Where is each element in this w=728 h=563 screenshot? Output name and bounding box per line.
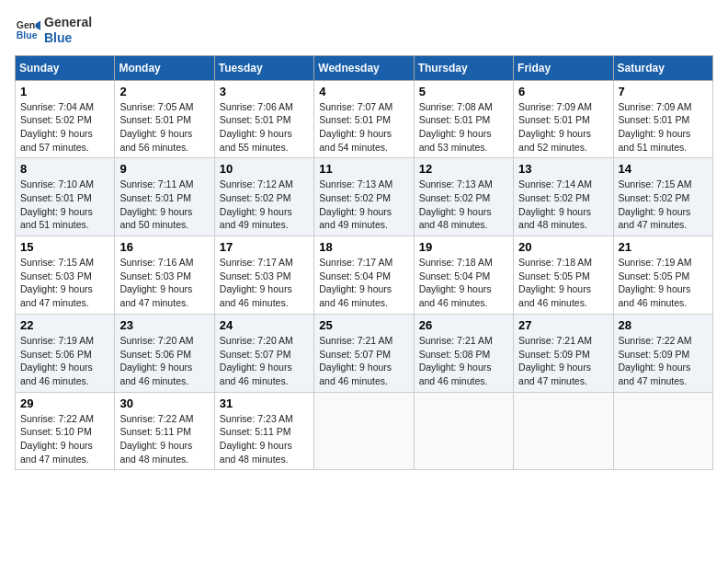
calendar-cell: 24 Sunrise: 7:20 AMSunset: 5:07 PMDaylig… (214, 314, 313, 392)
calendar-cell: 29 Sunrise: 7:22 AMSunset: 5:10 PMDaylig… (16, 392, 115, 470)
day-number: 9 (119, 162, 209, 176)
day-number: 17 (220, 240, 309, 254)
weekday-header-wednesday: Wednesday (314, 55, 414, 80)
svg-text:Blue: Blue (17, 29, 38, 40)
calendar-cell: 25 Sunrise: 7:21 AMSunset: 5:07 PMDaylig… (314, 314, 414, 392)
calendar-cell: 18 Sunrise: 7:17 AMSunset: 5:04 PMDaylig… (314, 236, 414, 315)
day-info: Sunrise: 7:21 AMSunset: 5:08 PMDaylight:… (419, 335, 493, 386)
day-number: 21 (619, 240, 708, 254)
day-info: Sunrise: 7:08 AMSunset: 5:01 PMDaylight:… (419, 101, 493, 153)
calendar-cell: 13 Sunrise: 7:14 AMSunset: 5:02 PMDaylig… (514, 158, 613, 236)
day-info: Sunrise: 7:16 AMSunset: 5:03 PMDaylight:… (119, 257, 193, 308)
day-number: 1 (20, 85, 109, 98)
day-info: Sunrise: 7:22 AMSunset: 5:10 PMDaylight:… (20, 413, 94, 465)
calendar-cell (314, 392, 414, 470)
day-number: 30 (119, 396, 209, 410)
calendar-cell (514, 392, 613, 470)
calendar-cell: 10 Sunrise: 7:12 AMSunset: 5:02 PMDaylig… (214, 158, 313, 236)
calendar-cell: 6 Sunrise: 7:09 AMSunset: 5:01 PMDayligh… (514, 80, 613, 158)
weekday-header-thursday: Thursday (414, 55, 513, 80)
day-number: 3 (220, 85, 309, 98)
weekday-header-saturday: Saturday (613, 55, 712, 80)
calendar-cell: 15 Sunrise: 7:15 AMSunset: 5:03 PMDaylig… (16, 236, 115, 315)
calendar-cell: 28 Sunrise: 7:22 AMSunset: 5:09 PMDaylig… (613, 314, 712, 392)
calendar-cell: 14 Sunrise: 7:15 AMSunset: 5:02 PMDaylig… (613, 158, 712, 236)
day-info: Sunrise: 7:20 AMSunset: 5:07 PMDaylight:… (220, 335, 293, 386)
weekday-header-friday: Friday (514, 55, 613, 80)
day-info: Sunrise: 7:14 AMSunset: 5:02 PMDaylight:… (518, 178, 592, 230)
day-info: Sunrise: 7:15 AMSunset: 5:02 PMDaylight:… (619, 178, 692, 230)
calendar-table: SundayMondayTuesdayWednesdayThursdayFrid… (15, 55, 713, 471)
calendar-cell: 31 Sunrise: 7:23 AMSunset: 5:11 PMDaylig… (214, 392, 313, 470)
day-info: Sunrise: 7:22 AMSunset: 5:09 PMDaylight:… (619, 335, 692, 386)
day-number: 11 (319, 162, 408, 176)
day-info: Sunrise: 7:13 AMSunset: 5:02 PMDaylight:… (319, 178, 392, 230)
day-info: Sunrise: 7:23 AMSunset: 5:11 PMDaylight:… (220, 413, 293, 465)
day-info: Sunrise: 7:10 AMSunset: 5:01 PMDaylight:… (20, 178, 94, 230)
day-info: Sunrise: 7:04 AMSunset: 5:02 PMDaylight:… (20, 101, 94, 153)
calendar-cell: 20 Sunrise: 7:18 AMSunset: 5:05 PMDaylig… (514, 236, 613, 315)
logo-text-general: General (44, 15, 92, 30)
day-number: 23 (119, 318, 209, 332)
day-number: 8 (20, 162, 109, 176)
calendar-cell: 22 Sunrise: 7:19 AMSunset: 5:06 PMDaylig… (16, 314, 115, 392)
day-number: 24 (220, 318, 309, 332)
day-number: 4 (319, 85, 408, 98)
day-number: 20 (518, 240, 608, 254)
day-number: 27 (518, 318, 608, 332)
day-number: 5 (419, 85, 508, 98)
day-number: 18 (319, 240, 408, 254)
day-number: 22 (20, 318, 109, 332)
calendar-cell: 8 Sunrise: 7:10 AMSunset: 5:01 PMDayligh… (16, 158, 115, 236)
day-number: 26 (419, 318, 508, 332)
day-info: Sunrise: 7:21 AMSunset: 5:07 PMDaylight:… (319, 335, 392, 386)
day-number: 10 (220, 162, 309, 176)
day-number: 29 (20, 396, 109, 410)
day-number: 31 (220, 396, 309, 410)
calendar-cell: 1 Sunrise: 7:04 AMSunset: 5:02 PMDayligh… (16, 80, 115, 158)
calendar-cell: 21 Sunrise: 7:19 AMSunset: 5:05 PMDaylig… (613, 236, 712, 315)
day-number: 16 (119, 240, 209, 254)
day-number: 14 (619, 162, 708, 176)
day-info: Sunrise: 7:13 AMSunset: 5:02 PMDaylight:… (419, 178, 493, 230)
day-number: 25 (319, 318, 408, 332)
day-info: Sunrise: 7:19 AMSunset: 5:06 PMDaylight:… (20, 335, 94, 386)
calendar-cell: 9 Sunrise: 7:11 AMSunset: 5:01 PMDayligh… (115, 158, 214, 236)
calendar-week-5: 29 Sunrise: 7:22 AMSunset: 5:10 PMDaylig… (16, 392, 713, 470)
day-number: 28 (619, 318, 708, 332)
weekday-header-tuesday: Tuesday (214, 55, 313, 80)
calendar-cell: 26 Sunrise: 7:21 AMSunset: 5:08 PMDaylig… (414, 314, 513, 392)
day-number: 6 (518, 85, 608, 98)
weekday-header-sunday: Sunday (16, 55, 115, 80)
day-number: 15 (20, 240, 109, 254)
calendar-cell (613, 392, 712, 470)
calendar-cell: 2 Sunrise: 7:05 AMSunset: 5:01 PMDayligh… (115, 80, 214, 158)
day-number: 12 (419, 162, 508, 176)
day-number: 7 (619, 85, 708, 98)
day-number: 2 (119, 85, 209, 98)
logo: General Blue General Blue (15, 15, 92, 46)
day-info: Sunrise: 7:12 AMSunset: 5:02 PMDaylight:… (220, 178, 293, 230)
calendar-week-1: 1 Sunrise: 7:04 AMSunset: 5:02 PMDayligh… (16, 80, 713, 158)
day-info: Sunrise: 7:05 AMSunset: 5:01 PMDaylight:… (119, 101, 193, 153)
day-info: Sunrise: 7:18 AMSunset: 5:05 PMDaylight:… (518, 257, 592, 308)
calendar-cell: 30 Sunrise: 7:22 AMSunset: 5:11 PMDaylig… (115, 392, 214, 470)
day-info: Sunrise: 7:22 AMSunset: 5:11 PMDaylight:… (119, 413, 193, 465)
page-header: General Blue General Blue (15, 15, 713, 46)
calendar-cell: 17 Sunrise: 7:17 AMSunset: 5:03 PMDaylig… (214, 236, 313, 315)
day-info: Sunrise: 7:19 AMSunset: 5:05 PMDaylight:… (619, 257, 692, 308)
logo-icon: General Blue (15, 17, 40, 43)
day-number: 19 (419, 240, 508, 254)
calendar-cell: 11 Sunrise: 7:13 AMSunset: 5:02 PMDaylig… (314, 158, 414, 236)
calendar-cell: 27 Sunrise: 7:21 AMSunset: 5:09 PMDaylig… (514, 314, 613, 392)
calendar-cell (414, 392, 513, 470)
day-info: Sunrise: 7:09 AMSunset: 5:01 PMDaylight:… (518, 101, 592, 153)
calendar-cell: 23 Sunrise: 7:20 AMSunset: 5:06 PMDaylig… (115, 314, 214, 392)
calendar-cell: 16 Sunrise: 7:16 AMSunset: 5:03 PMDaylig… (115, 236, 214, 315)
day-info: Sunrise: 7:17 AMSunset: 5:04 PMDaylight:… (319, 257, 392, 308)
day-info: Sunrise: 7:11 AMSunset: 5:01 PMDaylight:… (119, 178, 193, 230)
calendar-week-3: 15 Sunrise: 7:15 AMSunset: 5:03 PMDaylig… (16, 236, 713, 315)
calendar-cell: 7 Sunrise: 7:09 AMSunset: 5:01 PMDayligh… (613, 80, 712, 158)
logo-text-blue: Blue (44, 30, 92, 46)
weekday-header-monday: Monday (115, 55, 214, 80)
